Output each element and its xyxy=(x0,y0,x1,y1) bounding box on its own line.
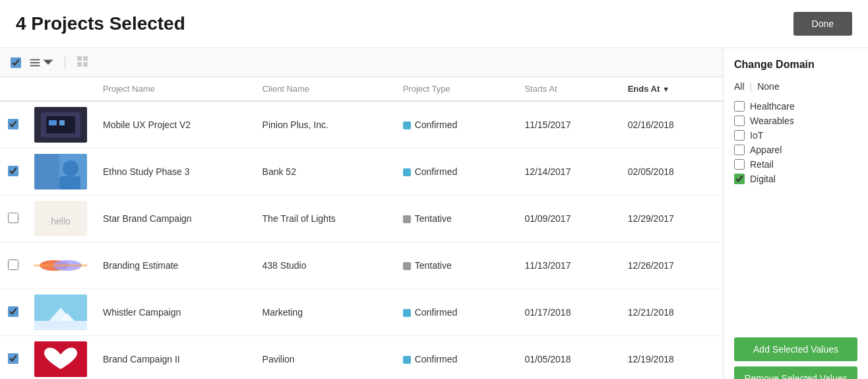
col-header-client-name: Client Name xyxy=(255,77,395,101)
ends-at-cell: 12/29/2017 xyxy=(620,195,723,242)
sidebar-title: Change Domain xyxy=(734,59,857,71)
project-type-cell: Confirmed xyxy=(395,336,517,380)
client-name-cell: Pinion Plus, Inc. xyxy=(255,101,395,149)
project-name-cell: Brand Campaign II xyxy=(95,336,255,380)
table-row: Branding Estimate 438 Studio Tentative 1… xyxy=(0,242,723,289)
row-checkbox[interactable] xyxy=(8,213,18,223)
domain-item-healthcare: Healthcare xyxy=(734,101,857,112)
domain-checkbox-wearables[interactable] xyxy=(734,116,745,126)
svg-rect-0 xyxy=(30,59,40,60)
client-name-cell: The Trail of Lights xyxy=(255,195,395,242)
svg-rect-7 xyxy=(83,62,88,67)
domain-label-iot: IoT xyxy=(750,130,763,141)
row-checkbox[interactable] xyxy=(8,306,18,317)
select-none-domains-button[interactable]: None xyxy=(757,81,779,92)
domain-label-digital: Digital xyxy=(750,174,776,184)
svg-rect-5 xyxy=(83,56,88,61)
svg-rect-16 xyxy=(34,154,59,190)
row-checkbox[interactable] xyxy=(8,119,18,129)
svg-rect-4 xyxy=(77,56,82,61)
project-type-cell: Confirmed xyxy=(395,289,517,336)
page-title: 4 Projects Selected xyxy=(16,13,185,34)
list-view-icon[interactable] xyxy=(29,57,54,69)
table-row: Brand Campaign II Pavilion Confirmed 01/… xyxy=(0,336,723,380)
select-all-checkbox[interactable] xyxy=(11,57,21,68)
table-row: Ethno Study Phase 3 Bank 52 Confirmed 12… xyxy=(0,149,723,195)
starts-at-cell: 01/17/2018 xyxy=(516,289,619,336)
domain-label-apparel: Apparel xyxy=(750,145,782,155)
table-row: hello Star Brand Campaign The Trail of L… xyxy=(0,195,723,242)
row-checkbox[interactable] xyxy=(8,353,18,364)
col-header-ends-at[interactable]: Ends At▼ xyxy=(620,77,723,101)
svg-point-14 xyxy=(63,160,78,176)
col-header-project-name: Project Name xyxy=(95,77,255,101)
starts-at-cell: 01/05/2018 xyxy=(516,336,619,380)
select-all-domains-button[interactable]: All xyxy=(734,81,745,92)
add-selected-values-button[interactable]: Add Selected Values xyxy=(734,337,857,361)
domain-item-iot: IoT xyxy=(734,130,857,141)
domain-item-retail: Retail xyxy=(734,159,857,170)
row-checkbox[interactable] xyxy=(8,259,18,270)
project-name-cell: Mobile UX Project V2 xyxy=(95,101,255,149)
project-type-cell: Confirmed xyxy=(395,149,517,195)
domain-checkbox-iot[interactable] xyxy=(734,130,745,141)
client-name-cell: 438 Studio xyxy=(255,242,395,289)
domain-checkbox-digital[interactable] xyxy=(734,174,745,184)
project-type-cell: Tentative xyxy=(395,242,517,289)
domain-item-wearables: Wearables xyxy=(734,116,857,126)
svg-rect-6 xyxy=(77,62,82,67)
ends-at-cell: 02/16/2018 xyxy=(620,101,723,149)
svg-rect-12 xyxy=(59,120,65,125)
project-name-cell: Star Brand Campaign xyxy=(95,195,255,242)
project-type-cell: Confirmed xyxy=(395,101,517,149)
starts-at-cell: 01/09/2017 xyxy=(516,195,619,242)
client-name-cell: Pavilion xyxy=(255,336,395,380)
starts-at-cell: 12/14/2017 xyxy=(516,149,619,195)
row-checkbox[interactable] xyxy=(8,166,18,176)
client-name-cell: Marketing xyxy=(255,289,395,336)
col-header-starts-at: Starts At xyxy=(516,77,619,101)
grid-view-icon[interactable] xyxy=(76,55,89,70)
ends-at-cell: 12/19/2018 xyxy=(620,336,723,380)
project-name-cell: Branding Estimate xyxy=(95,242,255,289)
table-row: Mobile UX Project V2 Pinion Plus, Inc. C… xyxy=(0,101,723,149)
ends-at-cell: 02/05/2018 xyxy=(620,149,723,195)
remove-selected-values-button[interactable]: Remove Selected Values xyxy=(734,366,857,379)
svg-rect-1 xyxy=(30,62,40,63)
project-name-cell: Ethno Study Phase 3 xyxy=(95,149,255,195)
domain-item-digital: Digital xyxy=(734,174,857,184)
ends-at-cell: 12/21/2018 xyxy=(620,289,723,336)
domain-label-healthcare: Healthcare xyxy=(750,101,795,112)
domain-list: Healthcare Wearables IoT Apparel Retail … xyxy=(734,101,857,326)
project-name-cell: Whistler Campaign xyxy=(95,289,255,336)
svg-rect-11 xyxy=(49,120,57,125)
domain-item-apparel: Apparel xyxy=(734,145,857,155)
svg-marker-3 xyxy=(44,59,53,65)
done-button[interactable]: Done xyxy=(793,12,852,36)
starts-at-cell: 11/15/2017 xyxy=(516,101,619,149)
svg-text:hello: hello xyxy=(51,216,71,226)
domain-checkbox-retail[interactable] xyxy=(734,159,745,170)
client-name-cell: Bank 52 xyxy=(255,149,395,195)
domain-checkbox-apparel[interactable] xyxy=(734,145,745,155)
project-type-cell: Tentative xyxy=(395,195,517,242)
change-domain-sidebar: Change Domain All | None Healthcare Wear… xyxy=(723,48,868,379)
domain-label-wearables: Wearables xyxy=(750,116,794,126)
table-row: Whistler Campaign Marketing Confirmed 01… xyxy=(0,289,723,336)
col-header-project-type: Project Type xyxy=(395,77,517,101)
svg-rect-15 xyxy=(59,176,80,190)
domain-checkbox-healthcare[interactable] xyxy=(734,101,745,112)
svg-rect-2 xyxy=(30,65,40,66)
ends-at-cell: 12/26/2017 xyxy=(620,242,723,289)
starts-at-cell: 11/13/2017 xyxy=(516,242,619,289)
domain-label-retail: Retail xyxy=(750,159,774,170)
svg-rect-26 xyxy=(34,321,87,330)
projects-table: Project Name Client Name Project Type St… xyxy=(0,77,723,379)
